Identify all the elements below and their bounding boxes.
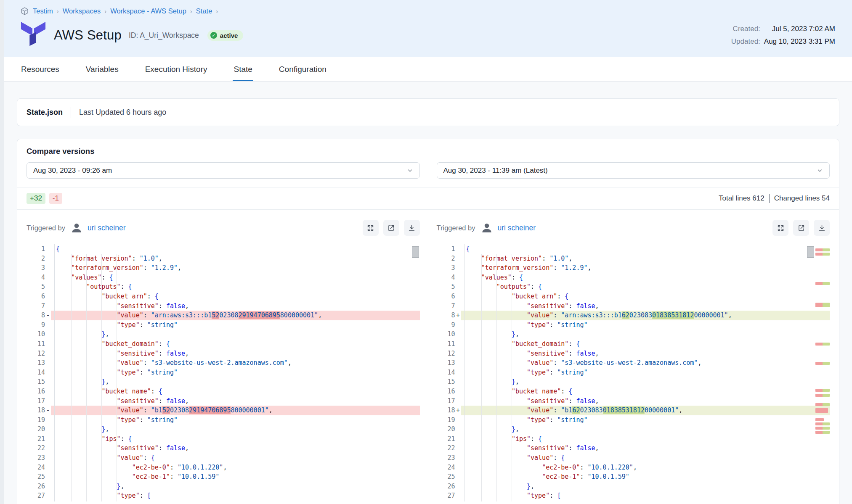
breadcrumb-link[interactable]: State <box>196 7 212 15</box>
line-number: 22 <box>27 443 51 453</box>
code-line-content: { <box>461 244 830 254</box>
line-number: 23 <box>27 453 51 463</box>
diff-ribbon-mark <box>815 282 830 285</box>
diff-sign-empty <box>45 491 51 501</box>
line-number-value: 4 <box>27 273 45 282</box>
line-number: 11 <box>437 339 461 349</box>
line-number-value: 21 <box>27 434 45 444</box>
scrollbar-thumb[interactable] <box>412 246 419 258</box>
diff-sign-empty <box>45 339 51 349</box>
file-name: State.json <box>27 108 63 117</box>
breadcrumb-link[interactable]: Testim <box>33 7 53 15</box>
diff-ribbon-mark <box>815 303 830 307</box>
line-number-value: 24 <box>27 463 45 472</box>
code-line-content: "ec2-be-0": "10.0.1.220", <box>461 463 830 472</box>
code-line: 4 "values": { <box>437 273 830 282</box>
breadcrumb-link[interactable]: Workspace - AWS Setup <box>110 7 186 15</box>
diff-sign-empty <box>455 396 461 406</box>
line-number: 16 <box>437 387 461 396</box>
chevron-right-separator: › <box>190 8 192 15</box>
chevron-down-icon <box>407 167 413 174</box>
line-number: 17 <box>27 396 51 406</box>
line-number-value: 11 <box>437 339 455 349</box>
diff-panel-left: Triggered by uri scheiner <box>27 220 420 501</box>
code-line-content: "value": { <box>51 453 420 463</box>
line-number: 16 <box>27 387 51 396</box>
indent-guide <box>117 254 117 501</box>
code-line-content: "type": [ <box>51 491 420 501</box>
version-select-right[interactable]: Aug 30, 2023 - 11:39 am (Latest) <box>437 162 830 179</box>
diff-sign-empty <box>455 330 461 339</box>
code-line: 20 }, <box>437 425 830 434</box>
code-line: 27 "type": [ <box>27 491 420 501</box>
line-number-value: 20 <box>437 425 455 434</box>
code-line-content: }, <box>51 377 420 387</box>
diff-sign-empty <box>45 415 51 425</box>
line-number-value: 27 <box>27 491 45 501</box>
line-number-value: 10 <box>437 330 455 339</box>
line-number-value: 9 <box>27 320 45 330</box>
diff-sign-empty <box>455 320 461 330</box>
code-line-content: "sensitive": false, <box>51 396 420 406</box>
main-content: State.json Last Updated 6 hours ago Comp… <box>0 98 852 504</box>
indent-guide <box>496 254 497 501</box>
line-number: 8- <box>27 311 51 320</box>
diff-sign-empty <box>45 282 51 292</box>
line-number-value: 27 <box>437 491 455 501</box>
line-number-value: 16 <box>27 387 45 396</box>
line-number-value: 20 <box>27 425 45 434</box>
diff-sign-empty <box>455 463 461 472</box>
tab-resources[interactable]: Resources <box>20 57 60 81</box>
download-button[interactable] <box>814 220 830 236</box>
line-number: 21 <box>27 434 51 444</box>
code-line: 2 "format_version": "1.0", <box>437 254 830 264</box>
triggered-by-user-link[interactable]: uri scheiner <box>498 224 536 232</box>
tab-configuration[interactable]: Configuration <box>278 57 327 81</box>
line-number-value: 10 <box>27 330 45 339</box>
tab-execution-history[interactable]: Execution History <box>144 57 208 81</box>
line-number-value: 22 <box>437 443 455 453</box>
code-line-content: "value": "s3-website-us-west-2.amazonaws… <box>461 358 830 368</box>
code-line-content: "bucket_name": { <box>51 387 420 396</box>
code-line: 15 }, <box>27 377 420 387</box>
open-external-button[interactable] <box>793 220 809 236</box>
code-line: 26 }, <box>437 482 830 491</box>
triggered-by-user-link[interactable]: uri scheiner <box>88 224 125 232</box>
line-number: 12 <box>27 349 51 359</box>
tab-variables[interactable]: Variables <box>85 57 119 81</box>
code-line: 12 "sensitive": false, <box>437 349 830 359</box>
line-number: 7 <box>437 301 461 311</box>
line-number: 5 <box>27 282 51 292</box>
code-line: 9 "type": "string" <box>27 320 420 330</box>
line-number: 4 <box>27 273 51 282</box>
line-number: 6 <box>27 292 51 301</box>
diff-sign-empty <box>455 339 461 349</box>
breadcrumb-link[interactable]: Workspaces <box>63 7 101 15</box>
code-line: 12 "sensitive": false, <box>27 349 420 359</box>
download-button[interactable] <box>404 220 420 236</box>
scrollbar-thumb[interactable] <box>807 246 814 258</box>
code-line: 8+ "value": "arn:aws:s3:::b1620230830183… <box>437 311 830 320</box>
chevron-right-separator: › <box>57 8 59 15</box>
tab-state[interactable]: State <box>233 57 253 81</box>
line-number-value: 12 <box>27 349 45 359</box>
code-line-content: "bucket_name": { <box>461 387 830 396</box>
fullscreen-button[interactable] <box>363 220 379 236</box>
diff-ribbon-mark <box>815 343 830 346</box>
open-external-button[interactable] <box>383 220 399 236</box>
line-number: 19 <box>27 415 51 425</box>
code-line-content: "ips": { <box>461 434 830 444</box>
code-line: 7 "sensitive": false, <box>27 301 420 311</box>
line-number-value: 9 <box>437 320 455 330</box>
code-line-content: }, <box>461 482 830 491</box>
diff-ribbon-mark <box>815 248 830 251</box>
version-select-left[interactable]: Aug 30, 2023 - 09:26 am <box>27 162 420 179</box>
code-line-content: "ec2-be-1": "10.0.1.59" <box>461 472 830 482</box>
fullscreen-button[interactable] <box>772 220 788 236</box>
created-label: Created: <box>731 25 760 33</box>
created-value: Jul 5, 2023 7:02 AM <box>764 25 835 33</box>
code-line-content: "terraform_version": "1.2.9", <box>461 263 830 273</box>
code-diff-right: 1{2 "format_version": "1.0",3 "terraform… <box>437 244 830 501</box>
user-avatar-icon <box>70 222 83 234</box>
page-edge <box>0 0 4 504</box>
